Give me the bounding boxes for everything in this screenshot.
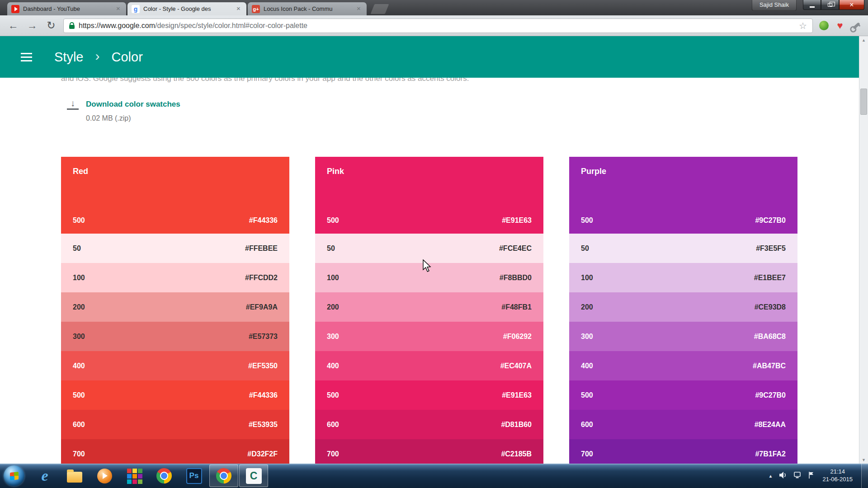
minimize-button[interactable] (803, 0, 821, 10)
swatch-row: 200#CE93D8 (569, 292, 797, 322)
swatch-row: 300#E57373 (61, 322, 289, 351)
taskbar-app-grid[interactable] (120, 465, 149, 487)
palette-red: Red 500#F44336 50#FFEBEE 100#FFCDD2 200#… (61, 157, 289, 464)
action-center-flag-icon[interactable] (808, 471, 814, 481)
swatch-row: 400#EF5350 (61, 351, 289, 380)
taskbar-chrome-running[interactable] (209, 465, 238, 487)
tab-title: Locus Icon Pack - Commu (264, 5, 351, 12)
taskbar-chrome-pinned[interactable] (150, 465, 179, 487)
photoshop-icon: Ps (186, 468, 202, 484)
palette-name: Red (61, 157, 289, 186)
tab-close-icon[interactable]: × (235, 5, 242, 13)
mouse-cursor (423, 259, 434, 276)
swatch-weight-label: 500 (327, 391, 339, 399)
tab-youtube[interactable]: Dashboard - YouTube × (7, 2, 126, 15)
swatch-row: 600#D81B60 (315, 410, 543, 439)
back-button[interactable]: ← (6, 20, 20, 31)
clock-date: 21-06-2015 (823, 476, 853, 483)
tab-google-design-color[interactable]: g Color - Style - Google des × (127, 2, 246, 15)
hidden-icons-chevron-icon[interactable]: ▲ (769, 474, 773, 479)
taskbar-media-player[interactable] (90, 465, 119, 487)
swatch-hex-label: #FCE4EC (499, 244, 532, 253)
swatch-hex-label: #AB47BC (753, 362, 786, 370)
palette-header-swatch: Purple 500#9C27B0 (569, 157, 797, 234)
https-padlock-icon[interactable] (69, 25, 75, 29)
download-swatches-link[interactable]: Download color swatches (86, 100, 180, 109)
download-section: ↓ Download color swatches 0.02 MB (.zip) (67, 99, 180, 122)
tab-locus-icon-pack[interactable]: g+ Locus Icon Pack - Commu × (248, 2, 367, 15)
swatch-weight-label: 600 (581, 421, 593, 429)
browser-profile-name[interactable]: Sajid Shaik (752, 0, 797, 11)
swatch-weight-label: 200 (581, 303, 593, 311)
browser-toolbar: ← → ↻ https://www.google.com/design/spec… (0, 15, 868, 36)
new-tab-button[interactable] (371, 4, 389, 14)
scroll-down-icon[interactable]: ▼ (859, 456, 868, 464)
swatch-hex-label: #9C27B0 (755, 216, 786, 225)
close-icon: × (849, 1, 854, 9)
swatch-weight-label: 100 (327, 274, 339, 282)
bookmark-star-icon[interactable]: ☆ (799, 21, 807, 30)
taskbar-internet-explorer[interactable]: e (30, 465, 59, 487)
swatch-weight-label: 200 (73, 303, 85, 311)
media-player-icon (97, 469, 112, 483)
google-favicon-icon: g (132, 5, 140, 13)
swatch-hex-label: #F48FB1 (501, 303, 532, 311)
swatch-weight-label: 500 (581, 216, 593, 225)
extension-heart-icon[interactable]: ♥ (835, 20, 845, 31)
breadcrumb-section[interactable]: Style (54, 50, 83, 65)
swatch-hex-label: #F44336 (249, 216, 278, 225)
show-desktop-button[interactable] (861, 464, 868, 488)
swatch-hex-label: #EC407A (500, 362, 532, 370)
swatch-hex-label: #FFEBEE (245, 244, 278, 253)
chevron-right-icon: › (95, 48, 99, 64)
swatch-hex-label: #7B1FA2 (755, 450, 786, 458)
url-text: https://www.google.com/design/spec/style… (79, 22, 795, 30)
swatch-row: 400#AB47BC (569, 351, 797, 380)
swatch-hex-label: #E53935 (249, 421, 278, 429)
swatch-row: 500#E91E63 (315, 380, 543, 410)
scrollbar-thumb[interactable] (860, 89, 867, 115)
taskbar-camtasia[interactable]: C (239, 465, 268, 487)
extension-key-icon[interactable] (851, 20, 862, 31)
forward-button[interactable]: → (25, 20, 39, 31)
swatch-weight-label: 100 (73, 274, 85, 282)
swatch-row: 500#9C27B0 (569, 380, 797, 410)
restore-button[interactable] (821, 0, 839, 10)
swatch-weight-label: 600 (73, 421, 85, 429)
reload-button[interactable]: ↻ (44, 20, 58, 31)
address-bar[interactable]: https://www.google.com/design/spec/style… (63, 19, 813, 33)
swatch-hex-label: #F06292 (503, 333, 532, 341)
swatch-weight-label: 300 (327, 333, 339, 341)
url-path: /design/spec/style/color.html#color-colo… (155, 22, 307, 29)
swatch-hex-label: #9C27B0 (755, 391, 786, 399)
swatch-row: 50#FFEBEE (61, 234, 289, 263)
start-button[interactable] (4, 465, 24, 486)
tab-title: Color - Style - Google des (143, 5, 231, 12)
swatch-hex-label: #BA68C8 (754, 333, 786, 341)
swatch-hex-label: #E91E63 (502, 216, 532, 225)
extension-green-circle-icon[interactable] (818, 20, 829, 31)
swatch-hex-label: #D32F2F (247, 450, 278, 458)
swatch-hex-label: #FFCDD2 (245, 274, 278, 282)
swatch-row: 300#F06292 (315, 322, 543, 351)
swatch-row: 200#EF9A9A (61, 292, 289, 322)
scroll-up-icon[interactable]: ▲ (859, 36, 868, 44)
swatch-row: 600#E53935 (61, 410, 289, 439)
menu-button[interactable] (17, 48, 35, 66)
taskbar-clock[interactable]: 21:14 21-06-2015 (823, 468, 853, 483)
network-icon[interactable] (793, 471, 802, 481)
swatch-weight-label: 300 (73, 333, 85, 341)
tab-close-icon[interactable]: × (114, 5, 122, 13)
folder-icon (67, 472, 82, 483)
swatch-hex-label: #E1BEE7 (754, 274, 786, 282)
volume-icon[interactable] (779, 471, 788, 481)
taskbar-file-explorer[interactable] (60, 465, 89, 487)
camtasia-icon: C (246, 468, 262, 484)
close-button[interactable]: × (839, 0, 864, 10)
tab-close-icon[interactable]: × (355, 5, 363, 13)
swatch-weight-label: 400 (581, 362, 593, 370)
taskbar-photoshop[interactable]: Ps (179, 465, 208, 487)
page-scrollbar[interactable]: ▲ ▼ (859, 36, 868, 464)
swatch-hex-label: #C2185B (501, 450, 532, 458)
swatch-weight-label: 300 (581, 333, 593, 341)
